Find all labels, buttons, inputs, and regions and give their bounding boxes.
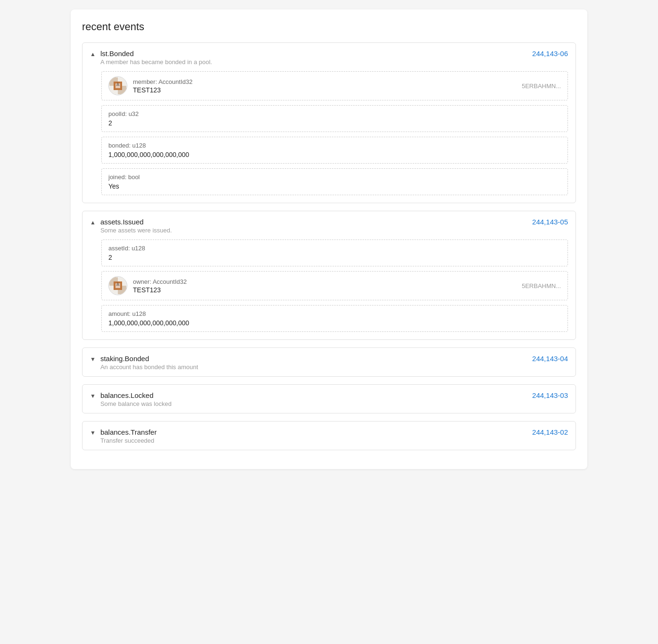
field-label-0-1: poolId: u32 xyxy=(108,110,561,117)
event-header-0[interactable]: ▲ lst.Bonded A member has became bonded … xyxy=(82,43,576,71)
event-name-2: staking.Bonded xyxy=(100,355,198,363)
event-header-2[interactable]: ▼ staking.Bonded An account has bonded t… xyxy=(82,348,576,376)
event-body-0: member: AccountId32 TEST123 5ERBAHMN... … xyxy=(82,71,576,203)
field-label-1-2: amount: u128 xyxy=(108,310,561,317)
event-desc-0: A member has became bonded in a pool. xyxy=(100,58,212,66)
field-card-1-2: amount: u128 1,000,000,000,000,000,000 xyxy=(101,305,568,332)
chevron-icon-3: ▼ xyxy=(90,393,96,399)
field-label-0-2: bonded: u128 xyxy=(108,142,561,149)
page-container: recent events ▲ lst.Bonded A member has … xyxy=(71,9,587,469)
event-header-left-3: ▼ balances.Locked Some balance was locke… xyxy=(90,391,172,407)
account-hash-1-1: 5ERBAHMN... xyxy=(522,282,561,289)
avatar-0-0 xyxy=(108,76,127,95)
chevron-icon-1: ▲ xyxy=(90,219,96,226)
account-row-0-0: member: AccountId32 TEST123 5ERBAHMN... xyxy=(101,71,568,100)
avatar-1-1 xyxy=(108,276,127,295)
field-card-0-2: bonded: u128 1,000,000,000,000,000,000 xyxy=(101,137,568,164)
event-name-0: lst.Bonded xyxy=(100,50,212,58)
event-block-1: ▲ assets.Issued Some assets were issued.… xyxy=(82,211,576,340)
event-header-left-2: ▼ staking.Bonded An account has bonded t… xyxy=(90,355,198,371)
chevron-icon-2: ▼ xyxy=(90,356,96,363)
field-card-0-3: joined: bool Yes xyxy=(101,168,568,195)
event-name-3: balances.Locked xyxy=(100,391,172,399)
field-value-0-2: 1,000,000,000,000,000,000 xyxy=(108,151,561,158)
event-header-left-1: ▲ assets.Issued Some assets were issued. xyxy=(90,218,172,234)
event-header-4[interactable]: ▼ balances.Transfer Transfer succeeded 2… xyxy=(82,421,576,450)
event-body-1: assetId: u128 2 owner: AccountId32 TEST xyxy=(82,239,576,339)
event-block-0: ▲ lst.Bonded A member has became bonded … xyxy=(82,42,576,203)
field-card-0-1: poolId: u32 2 xyxy=(101,105,568,132)
field-value-0-1: 2 xyxy=(108,119,561,127)
event-header-1[interactable]: ▲ assets.Issued Some assets were issued.… xyxy=(82,211,576,239)
event-name-1: assets.Issued xyxy=(100,218,172,226)
event-ref-1[interactable]: 244,143-05 xyxy=(532,218,568,226)
chevron-icon-0: ▲ xyxy=(90,51,96,58)
field-value-1-2: 1,000,000,000,000,000,000 xyxy=(108,319,561,327)
event-name-4: balances.Transfer xyxy=(100,428,157,436)
event-ref-0[interactable]: 244,143-06 xyxy=(532,50,568,58)
events-container: ▲ lst.Bonded A member has became bonded … xyxy=(82,42,576,450)
chevron-icon-4: ▼ xyxy=(90,429,96,436)
event-desc-3: Some balance was locked xyxy=(100,400,172,407)
account-row-1-1: owner: AccountId32 TEST123 5ERBAHMN... xyxy=(101,271,568,300)
event-desc-4: Transfer succeeded xyxy=(100,437,157,444)
field-card-1-0: assetId: u128 2 xyxy=(101,239,568,266)
event-header-left-4: ▼ balances.Transfer Transfer succeeded xyxy=(90,428,156,444)
event-ref-4[interactable]: 244,143-02 xyxy=(532,428,568,436)
page-title: recent events xyxy=(82,21,576,33)
event-header-3[interactable]: ▼ balances.Locked Some balance was locke… xyxy=(82,385,576,413)
account-label-1-1: owner: AccountId32 xyxy=(133,278,187,285)
account-name-1-1: TEST123 xyxy=(133,286,187,294)
event-block-4: ▼ balances.Transfer Transfer succeeded 2… xyxy=(82,421,576,450)
account-hash-0-0: 5ERBAHMN... xyxy=(522,83,561,90)
field-label-0-3: joined: bool xyxy=(108,173,561,181)
field-value-1-0: 2 xyxy=(108,254,561,261)
account-name-0-0: TEST123 xyxy=(133,86,192,94)
account-label-0-0: member: AccountId32 xyxy=(133,78,192,85)
event-block-2: ▼ staking.Bonded An account has bonded t… xyxy=(82,347,576,377)
field-label-1-0: assetId: u128 xyxy=(108,245,561,252)
event-header-left-0: ▲ lst.Bonded A member has became bonded … xyxy=(90,50,212,66)
field-value-0-3: Yes xyxy=(108,182,561,190)
event-ref-2[interactable]: 244,143-04 xyxy=(532,355,568,363)
event-block-3: ▼ balances.Locked Some balance was locke… xyxy=(82,384,576,413)
event-desc-2: An account has bonded this amount xyxy=(100,363,198,371)
event-ref-3[interactable]: 244,143-03 xyxy=(532,391,568,399)
event-desc-1: Some assets were issued. xyxy=(100,227,172,234)
